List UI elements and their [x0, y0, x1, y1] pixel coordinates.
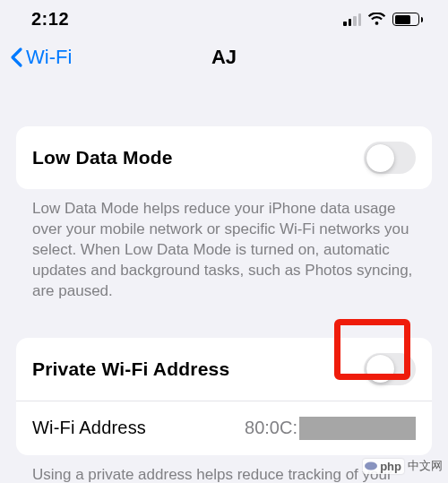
wifi-address-label: Wi-Fi Address — [32, 418, 146, 438]
low-data-toggle[interactable] — [364, 142, 416, 174]
page-title: AJ — [211, 46, 237, 69]
php-logo-icon — [365, 460, 377, 472]
wifi-icon — [367, 13, 386, 26]
watermark: php 中文网 — [363, 458, 443, 474]
status-bar: 2:12 — [0, 0, 448, 33]
status-time: 2:12 — [31, 9, 69, 30]
watermark-brand: php — [380, 460, 401, 473]
watermark-text: 中文网 — [408, 458, 443, 474]
nav-bar: Wi-Fi AJ — [0, 33, 448, 85]
back-button[interactable]: Wi-Fi — [9, 46, 72, 69]
content: Low Data Mode Low Data Mode helps reduce… — [0, 85, 448, 483]
wifi-address-value: 80:0C: — [245, 418, 297, 438]
wifi-address-row: Wi-Fi Address 80:0C: — [16, 401, 432, 455]
status-indicators — [343, 13, 423, 26]
back-label: Wi-Fi — [26, 46, 72, 69]
svg-point-0 — [365, 462, 377, 470]
chevron-left-icon — [9, 47, 23, 68]
redacted-block — [299, 417, 416, 440]
low-data-footer: Low Data Mode helps reduce your iPhone d… — [16, 189, 432, 302]
private-address-row: Private Wi-Fi Address — [16, 338, 432, 401]
low-data-label: Low Data Mode — [32, 147, 173, 168]
private-address-section: Private Wi-Fi Address Wi-Fi Address 80:0… — [16, 338, 432, 455]
low-data-section: Low Data Mode — [16, 126, 432, 189]
private-address-toggle[interactable] — [364, 353, 416, 385]
battery-icon — [392, 13, 423, 26]
low-data-row: Low Data Mode — [16, 126, 432, 189]
cellular-icon — [343, 13, 361, 26]
private-address-label: Private Wi-Fi Address — [32, 358, 229, 380]
